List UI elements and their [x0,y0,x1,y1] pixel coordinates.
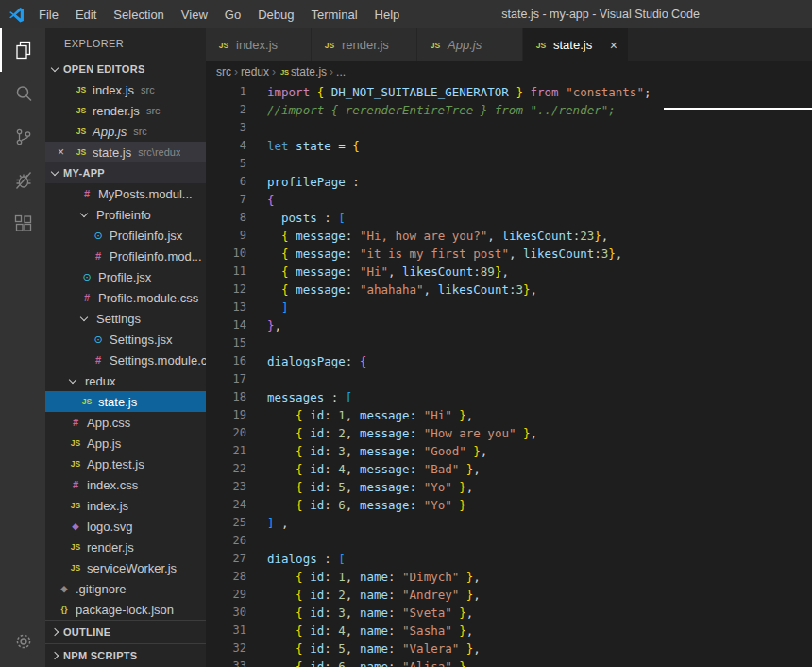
breadcrumb-item[interactable]: redux [241,65,269,78]
code-line[interactable]: 5 [206,155,812,173]
code-line[interactable]: 26 [206,532,812,550]
code-line[interactable]: 12 { message: "ahahaha", likesCount:3}, [206,281,812,299]
code-line[interactable]: 9 { message: "Hi, how are you?", likesCo… [206,227,812,245]
code-line[interactable]: 6profilePage : [206,173,812,191]
code-line[interactable]: 27dialogs : [ [206,550,812,568]
json-file-icon: {} [57,605,72,614]
code-line[interactable]: 10 { message: "it is my first post", lik… [206,245,812,263]
code-line[interactable]: 21 { id: 3, message: "Good" }, [206,442,812,460]
code-text: ] [267,299,289,316]
tab-state.js[interactable]: JSstate.js× [523,28,629,61]
breadcrumb-item[interactable]: ... [336,65,346,78]
folder-item[interactable]: redux [45,370,206,391]
menu-file[interactable]: File [30,0,67,28]
code-line[interactable]: 18messages : [ [206,388,812,406]
file-item[interactable]: ⊙Profile.jsx [45,266,206,287]
code-line[interactable]: 20 { id: 2, message: "How are you" }, [206,424,812,442]
npm-scripts-section-header[interactable]: NPM SCRIPTS [45,643,206,667]
menu-go[interactable]: Go [216,0,249,28]
line-number: 17 [206,370,246,388]
file-item[interactable]: ◆logo.svg [45,516,206,537]
file-item[interactable]: JSApp.test.js [45,453,206,474]
code-text: { id: 2, name: "Andrey" }, [267,586,481,604]
breadcrumb-item[interactable]: JSstate.js [279,65,327,78]
file-item[interactable]: ◆.gitignore [45,578,206,599]
file-item[interactable]: #MyPosts.modul... [45,183,206,204]
code-line[interactable]: 8 posts : [ [206,209,812,227]
close-icon[interactable]: × [602,38,617,53]
open-editor-item[interactable]: JSindex.jssrc [45,79,206,100]
editor-group: JSindex.jsJSrender.jsJSApp.jsJSstate.js×… [206,28,812,667]
menu-edit[interactable]: Edit [67,0,105,28]
js-file-icon: JS [74,85,89,94]
file-item[interactable]: #App.css [45,412,206,433]
project-section-header[interactable]: MY-APP [45,162,206,183]
code-editor[interactable]: 1import { DH_NOT_SUITABLE_GENERATOR } fr… [206,82,812,667]
code-line[interactable]: 30 { id: 3, name: "Sveta" }, [206,604,812,622]
explorer-icon[interactable] [0,28,45,72]
code-line[interactable]: 25] , [206,514,812,532]
file-item[interactable]: ⊙Profileinfo.jsx [45,225,206,246]
source-control-icon[interactable] [0,115,45,159]
code-line[interactable]: 11 { message: "Hi", likesCount:89}, [206,263,812,281]
code-line[interactable]: 33 { id: 6, name: "Alisa" }, [206,658,812,667]
file-item[interactable]: #index.css [45,474,206,495]
open-editor-item[interactable]: JSApp.jssrc [45,121,206,142]
search-icon[interactable] [0,72,45,115]
tab-App.js[interactable]: JSApp.js [417,28,523,61]
code-line[interactable]: 1import { DH_NOT_SUITABLE_GENERATOR } fr… [206,83,812,101]
menu-terminal[interactable]: Terminal [302,0,365,28]
folder-item[interactable]: Settings [45,308,206,329]
outline-section-header[interactable]: OUTLINE [45,620,206,643]
code-line[interactable]: 32 { id: 5, name: "Valera" }, [206,640,812,658]
menu-selection[interactable]: Selection [105,0,172,28]
debug-icon[interactable] [0,159,45,202]
settings-gear-icon[interactable] [0,620,45,663]
code-line[interactable]: 4let state = { [206,137,812,155]
file-item[interactable]: ⊙Settings.jsx [45,329,206,350]
code-line[interactable]: 31 { id: 4, name: "Sasha" }, [206,622,812,640]
folder-item[interactable]: Profileinfo [45,204,206,225]
code-line[interactable]: 3 [206,119,812,137]
file-item[interactable]: #Settings.module.c... [45,350,206,370]
menu-debug[interactable]: Debug [249,0,302,28]
close-icon[interactable]: × [58,145,74,159]
code-line[interactable]: 22 { id: 4, message: "Bad" }, [206,460,812,478]
breadcrumb-item[interactable]: src [216,65,231,78]
menu-view[interactable]: View [173,0,216,28]
file-item[interactable]: JSserviceWorker.js [45,557,206,578]
menu-help[interactable]: Help [366,0,409,28]
code-line[interactable]: 7{ [206,191,812,209]
tab-render.js[interactable]: JSrender.js [312,28,417,61]
extensions-icon[interactable] [0,202,45,246]
code-line[interactable]: 28 { id: 1, name: "Dimych" }, [206,568,812,586]
file-item[interactable]: #Profile.module.css [45,287,206,308]
code-line[interactable]: 19 { id: 1, message: "Hi" }, [206,406,812,424]
open-editors-section-header[interactable]: OPEN EDITORS [45,59,206,79]
file-item[interactable]: {}package-lock.json [45,599,206,620]
code-line[interactable]: 14}, [206,316,812,334]
code-line[interactable]: 29 { id: 2, name: "Andrey" }, [206,586,812,604]
file-item[interactable]: JSstate.js [45,391,206,412]
tab-index.js[interactable]: JSindex.js [206,28,312,61]
code-line[interactable]: 15 [206,334,812,352]
code-line[interactable]: 23 { id: 5, message: "Yo" }, [206,478,812,496]
code-text: profilePage : [267,173,360,191]
file-item[interactable]: JSindex.js [45,495,206,516]
code-text: { message: "ahahaha", likesCount:3}, [267,281,537,299]
title-bar: FileEditSelectionViewGoDebugTerminalHelp… [0,0,812,28]
js-file-icon: JS [533,41,549,50]
code-line[interactable]: 16dialogsPage: { [206,352,812,370]
code-line[interactable]: 17 [206,370,812,388]
code-line[interactable]: 13 ] [206,299,812,316]
item-name: Settings [96,312,141,326]
code-text: { id: 2, message: "How are you" }, [267,424,537,442]
open-editor-item[interactable]: JSrender.jssrc [45,100,206,121]
file-item[interactable]: #Profileinfo.mod... [45,246,206,266]
code-line[interactable]: 2//import { rerenderEntireTree } from ".… [206,101,812,119]
file-item[interactable]: JSApp.js [45,433,206,453]
open-editor-item[interactable]: ×JSstate.jssrc\redux [45,142,206,162]
file-item[interactable]: JSrender.js [45,537,206,557]
code-line[interactable]: 24 { id: 6, message: "Yo" } [206,496,812,514]
line-number: 7 [206,191,246,209]
